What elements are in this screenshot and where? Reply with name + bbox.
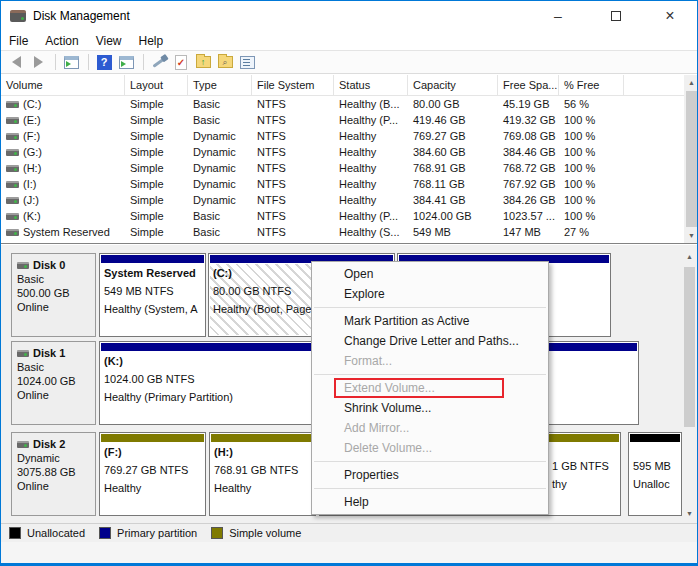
header-type[interactable]: Type (188, 75, 252, 96)
menu-item-shrink-volume[interactable]: Shrink Volume... (312, 398, 548, 418)
table-row[interactable]: (C:) Simple Basic NTFS Healthy (B... 80.… (1, 96, 698, 112)
header-pct-free[interactable]: % Free (559, 75, 624, 96)
maximize-button[interactable] (593, 1, 639, 31)
legend-primary-partition: Primary partition (99, 527, 197, 539)
scrollbar-thumb[interactable] (686, 91, 697, 227)
unallocated-strip (630, 434, 680, 442)
menu-item-properties[interactable]: Properties (312, 465, 548, 485)
partition-unallocated[interactable]: 595 MB Unalloc (628, 432, 682, 516)
forward-icon[interactable] (28, 52, 48, 72)
cell-type: Basic (188, 226, 252, 238)
cell-layout: Simple (125, 130, 188, 142)
volume-name: (I:) (23, 178, 36, 190)
menu-item-mark-partition-active[interactable]: Mark Partition as Active (312, 311, 548, 331)
partition-f[interactable]: (F:) 769.27 GB NTFS Healthy (99, 432, 206, 516)
tools-icon[interactable] (149, 52, 169, 72)
table-row[interactable]: System Reserved Simple Basic NTFS Health… (1, 224, 698, 240)
cell-pct: 100 % (559, 130, 624, 142)
rescan-check-icon[interactable]: ✓ (171, 52, 191, 72)
cell-pct: 56 % (559, 98, 624, 110)
menu-help[interactable]: Help (139, 32, 173, 50)
scroll-up-icon[interactable]: ▲ (684, 75, 698, 90)
menu-item-change-drive-letter[interactable]: Change Drive Letter and Paths... (312, 331, 548, 351)
context-menu: Open Explore Mark Partition as Active Ch… (311, 261, 549, 515)
cell-fs: NTFS (252, 178, 334, 190)
forward-arrow-shape (34, 56, 43, 68)
volume-table-header: Volume Layout Type File System Status Ca… (1, 75, 698, 96)
console-tree-icon[interactable] (61, 52, 81, 72)
scroll-down-icon[interactable]: ▼ (682, 506, 697, 521)
title-bar[interactable]: Disk Management – × (1, 1, 697, 31)
volume-icon (6, 165, 19, 172)
table-row[interactable]: (J:) Simple Dynamic NTFS Healthy 384.41 … (1, 192, 698, 208)
cell-capacity: 419.46 GB (408, 114, 498, 126)
disk2-label[interactable]: Disk 2 Dynamic 3075.88 GB Online (11, 432, 96, 516)
header-status[interactable]: Status (334, 75, 408, 96)
menu-action[interactable]: Action (45, 32, 87, 50)
scroll-up-icon[interactable]: ▲ (682, 249, 697, 264)
cell-pct: 100 % (559, 178, 624, 190)
table-row[interactable]: (H:) Simple Dynamic NTFS Healthy 768.91 … (1, 160, 698, 176)
menu-item-format: Format... (312, 351, 548, 371)
volume-name: (C:) (23, 98, 41, 110)
volume-icon (6, 213, 19, 220)
legend-label: Simple volume (229, 527, 301, 539)
table-row[interactable]: (G:) Simple Dynamic NTFS Healthy 384.60 … (1, 144, 698, 160)
menu-item-help[interactable]: Help (312, 492, 548, 512)
cell-type: Dynamic (188, 162, 252, 174)
back-icon[interactable] (6, 52, 26, 72)
header-free-space[interactable]: Free Spa... (498, 75, 559, 96)
menu-item-open[interactable]: Open (312, 264, 548, 284)
volume-list-scrollbar[interactable]: ▲ ▼ (684, 75, 698, 243)
folder-search-shape: ⌕ (218, 56, 233, 68)
folder-search-icon[interactable]: ⌕ (215, 52, 235, 72)
app-icon (10, 10, 26, 22)
scrollbar-thumb[interactable] (684, 267, 695, 427)
disk-size: 3075.88 GB (17, 465, 90, 479)
header-layout[interactable]: Layout (125, 75, 188, 96)
scroll-down-icon[interactable]: ▼ (684, 228, 698, 243)
header-capacity[interactable]: Capacity (408, 75, 498, 96)
cell-layout: Simple (125, 114, 188, 126)
menu-view[interactable]: View (96, 32, 131, 50)
cell-layout: Simple (125, 146, 188, 158)
menu-bar: File Action View Help (1, 31, 697, 50)
minimize-button[interactable]: – (535, 1, 581, 31)
menu-file[interactable]: File (9, 32, 37, 50)
menu-item-add-mirror: Add Mirror... (312, 418, 548, 438)
action-pane-icon[interactable] (116, 52, 136, 72)
cell-free: 45.19 GB (498, 98, 559, 110)
disk1-label[interactable]: Disk 1 Basic 1024.00 GB Online (11, 341, 96, 425)
table-row[interactable]: (I:) Simple Dynamic NTFS Healthy 768.11 … (1, 176, 698, 192)
legend-label: Primary partition (117, 527, 197, 539)
simple-volume-swatch (211, 527, 223, 539)
header-file-system[interactable]: File System (252, 75, 334, 96)
cell-status: Healthy (334, 146, 408, 158)
partition-h[interactable]: (H:) 768.91 GB NTFS Healthy (209, 432, 316, 516)
table-row[interactable]: (E:) Simple Basic NTFS Healthy (P... 419… (1, 112, 698, 128)
legend-unallocated: Unallocated (9, 527, 85, 539)
primary-partition-swatch (99, 527, 111, 539)
cell-capacity: 549 MB (408, 226, 498, 238)
header-volume[interactable]: Volume (1, 75, 125, 96)
cell-pct: 100 % (559, 162, 624, 174)
disk0-label[interactable]: Disk 0 Basic 500.00 GB Online (11, 253, 96, 337)
disk-pane-scrollbar[interactable]: ▲ ▼ (682, 249, 697, 521)
disk-icon (17, 441, 29, 448)
partition-system-reserved[interactable]: System Reserved 549 MB NTFS Healthy (Sys… (99, 253, 206, 337)
menu-item-explore[interactable]: Explore (312, 284, 548, 304)
help-icon[interactable]: ? (94, 52, 114, 72)
toolbar-separator (55, 54, 56, 70)
table-row[interactable]: (K:) Simple Basic NTFS Healthy (P... 102… (1, 208, 698, 224)
properties-icon[interactable] (237, 52, 257, 72)
partition-size: 768.91 GB NTFS (210, 461, 315, 479)
help-glyph: ? (97, 55, 112, 70)
cell-free: 384.46 GB (498, 146, 559, 158)
cell-fs: NTFS (252, 146, 334, 158)
folder-up-icon[interactable]: ↑ (193, 52, 213, 72)
cell-fs: NTFS (252, 210, 334, 222)
simple-volume-strip (101, 434, 204, 442)
table-row[interactable]: (F:) Simple Dynamic NTFS Healthy 769.27 … (1, 128, 698, 144)
close-button[interactable]: × (647, 1, 693, 31)
disk-type: Dynamic (17, 451, 90, 465)
